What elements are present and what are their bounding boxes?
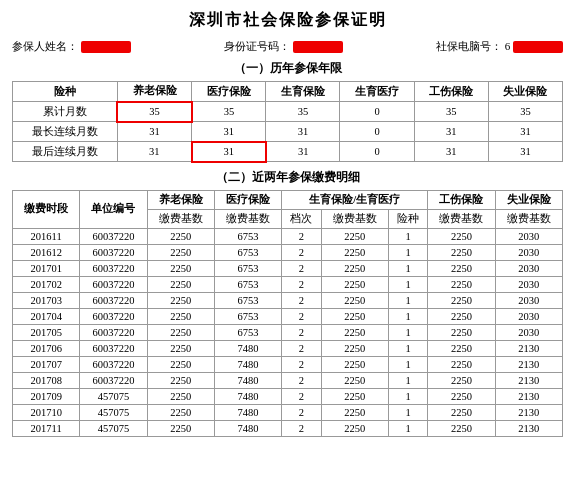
cell-value: 2130: [495, 420, 562, 436]
row-label: 累计月数: [13, 102, 118, 122]
table2-sub-header: 缴费基数: [147, 209, 214, 228]
row-label: 最长连续月数: [13, 122, 118, 142]
cell-value: 31: [117, 122, 191, 142]
cell-value: 2250: [147, 388, 214, 404]
cell-value: 2250: [321, 404, 388, 420]
cell-value: 31: [266, 142, 340, 162]
cell-value: 201705: [13, 324, 80, 340]
cell-value: 1: [388, 260, 427, 276]
cell-value: 6753: [214, 244, 281, 260]
cell-value: 1: [388, 276, 427, 292]
cell-value: 1: [388, 340, 427, 356]
id-redacted: [293, 41, 343, 53]
cell-value: 2250: [147, 292, 214, 308]
cell-value: 2130: [495, 404, 562, 420]
cell-value: 6753: [214, 324, 281, 340]
cell-value: 31: [192, 122, 266, 142]
table-row: 201706600372202250748022250122502130: [13, 340, 563, 356]
cell-value: 457075: [80, 388, 147, 404]
cell-value: 2250: [321, 292, 388, 308]
cell-value: 2: [282, 340, 321, 356]
table1-col-header: 工伤保险: [414, 82, 488, 102]
cell-value: 2: [282, 404, 321, 420]
cell-value: 2250: [428, 420, 495, 436]
cell-value: 60037220: [80, 244, 147, 260]
id-field: 身份证号码：: [224, 39, 343, 54]
cell-value: 2250: [428, 228, 495, 244]
cell-value: 2250: [147, 308, 214, 324]
table-row: 201702600372202250675322250122502030: [13, 276, 563, 292]
cell-value: 2030: [495, 228, 562, 244]
table2-col-header: 养老保险: [147, 190, 214, 209]
cell-value: 201706: [13, 340, 80, 356]
table2-sub-header: 缴费基数: [428, 209, 495, 228]
cell-value: 201704: [13, 308, 80, 324]
table-row: 201612600372202250675322250122502030: [13, 244, 563, 260]
cell-value: 31: [192, 142, 266, 162]
cell-value: 60037220: [80, 276, 147, 292]
cell-value: 2250: [428, 244, 495, 260]
cell-value: 60037220: [80, 356, 147, 372]
cell-value: 35: [488, 102, 562, 122]
cell-value: 6753: [214, 260, 281, 276]
table1-col-header: 失业保险: [488, 82, 562, 102]
cell-value: 2250: [428, 356, 495, 372]
cell-value: 2250: [428, 372, 495, 388]
table2: 缴费时段单位编号养老保险医疗保险生育保险/生育医疗工伤保险失业保险 缴费基数缴费…: [12, 190, 563, 437]
cell-value: 2: [282, 372, 321, 388]
cell-value: 201709: [13, 388, 80, 404]
cell-value: 35: [414, 102, 488, 122]
cell-value: 201702: [13, 276, 80, 292]
cell-value: 2030: [495, 260, 562, 276]
cell-value: 60037220: [80, 292, 147, 308]
table1-col-header: 生育医疗: [340, 82, 414, 102]
cell-value: 2250: [147, 404, 214, 420]
cell-value: 2: [282, 308, 321, 324]
cell-value: 2250: [428, 308, 495, 324]
cell-value: 1: [388, 404, 427, 420]
table2-col-header: 单位编号: [80, 190, 147, 228]
cell-value: 2250: [428, 276, 495, 292]
table-row: 201701600372202250675322250122502030: [13, 260, 563, 276]
cell-value: 2250: [321, 308, 388, 324]
cell-value: 2250: [321, 372, 388, 388]
cell-value: 7480: [214, 388, 281, 404]
table-row: 累计月数35353503535: [13, 102, 563, 122]
name-redacted: [81, 41, 131, 53]
cell-value: 2250: [321, 420, 388, 436]
cell-value: 2250: [321, 356, 388, 372]
cell-value: 60037220: [80, 372, 147, 388]
cell-value: 6753: [214, 276, 281, 292]
cell-value: 2: [282, 292, 321, 308]
cell-value: 201707: [13, 356, 80, 372]
cell-value: 35: [117, 102, 191, 122]
cell-value: 6753: [214, 308, 281, 324]
cell-value: 2130: [495, 372, 562, 388]
cell-value: 2130: [495, 388, 562, 404]
name-field: 参保人姓名：: [12, 39, 131, 54]
cell-value: 1: [388, 244, 427, 260]
table-row: 201705600372202250675322250122502030: [13, 324, 563, 340]
cell-value: 2250: [147, 340, 214, 356]
table1-col-header: 生育保险: [266, 82, 340, 102]
cell-value: 0: [340, 142, 414, 162]
cell-value: 2: [282, 324, 321, 340]
cell-value: 7480: [214, 340, 281, 356]
cell-value: 2250: [321, 324, 388, 340]
cell-value: 2250: [147, 420, 214, 436]
cell-value: 1: [388, 228, 427, 244]
table2-col-header: 生育保险/生育医疗: [282, 190, 428, 209]
page-title: 深圳市社会保险参保证明: [12, 10, 563, 31]
section1-title: （一）历年参保年限: [12, 60, 563, 77]
table1-col-header: 医疗保险: [192, 82, 266, 102]
cell-value: 1: [388, 372, 427, 388]
cell-value: 1: [388, 388, 427, 404]
cell-value: 31: [488, 142, 562, 162]
row-label: 最后连续月数: [13, 142, 118, 162]
cell-value: 457075: [80, 420, 147, 436]
cell-value: 2250: [147, 324, 214, 340]
table1-col-header: 养老保险: [117, 82, 191, 102]
cell-value: 1: [388, 308, 427, 324]
table-row: 2017114570752250748022250122502130: [13, 420, 563, 436]
cell-value: 2250: [428, 404, 495, 420]
